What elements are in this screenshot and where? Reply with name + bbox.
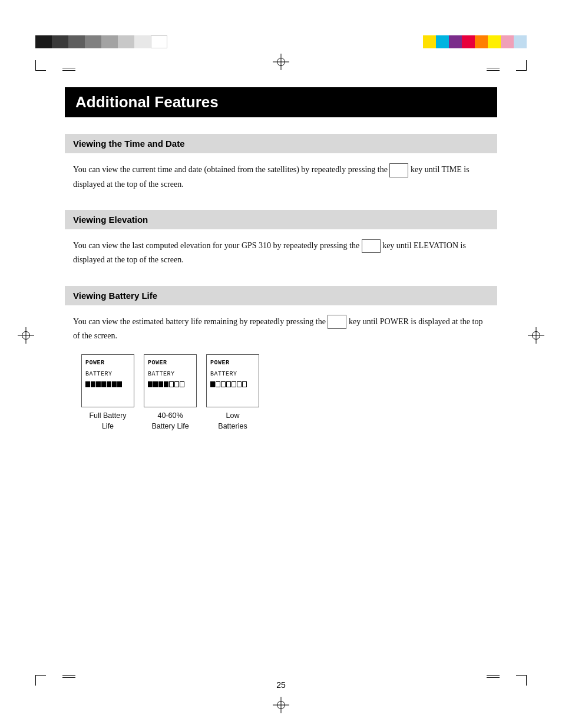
section-text-battery: You can view the estimated battery life … [73, 315, 489, 343]
small-lines-right [487, 68, 500, 71]
main-content: Additional Features Viewing the Time and… [0, 75, 562, 467]
bat-block [148, 381, 153, 387]
bottom-small-lines-left [62, 675, 75, 678]
bat-block-empty [232, 381, 236, 387]
corner-mark-tr [503, 53, 527, 71]
bat-block [101, 381, 106, 387]
battery-caption-mid: 40-60% Battery Life [151, 411, 189, 431]
page-number: 25 [75, 680, 487, 693]
battery-screen-low: POWER BATTERY [206, 354, 259, 407]
color-bar-right [423, 35, 527, 48]
battery-screen-label: BATTERY [85, 370, 130, 380]
bat-block-empty [216, 381, 220, 387]
battery-screen-mid: POWER BATTERY [144, 354, 197, 407]
battery-diagram-low: POWER BATTERY Low Batteries [206, 354, 259, 431]
bat-block-empty [242, 381, 247, 387]
color-swatch [134, 35, 151, 48]
color-swatch [436, 35, 449, 48]
battery-bar-mid [148, 381, 193, 387]
section-header-time: Viewing the Time and Date [65, 134, 497, 153]
chapter-title: Additional Features [65, 87, 497, 117]
color-bar-left [35, 35, 167, 48]
color-swatch [514, 35, 527, 48]
color-swatch [85, 35, 101, 48]
bat-block [210, 381, 215, 387]
color-swatch [488, 35, 501, 48]
corner-mark-br [503, 675, 527, 693]
bat-block [91, 381, 95, 387]
color-swatch [35, 35, 52, 48]
bat-block [158, 381, 163, 387]
bat-block-empty [174, 381, 179, 387]
battery-screen-label: BATTERY [148, 370, 193, 380]
battery-diagrams: POWER BATTERY Full Battery Life [73, 354, 489, 431]
bottom-area: 25 [0, 675, 562, 693]
top-registration-marks [0, 48, 562, 75]
section-body-elevation: You can view the last computed elevation… [65, 239, 497, 284]
corner-mark-tl [35, 53, 59, 71]
color-swatch [501, 35, 514, 48]
bat-block [164, 381, 168, 387]
key-box-battery [328, 315, 346, 329]
battery-bar-low [210, 381, 255, 387]
bat-block [112, 381, 117, 387]
bottom-small-lines-right [487, 675, 500, 678]
section-header-elevation: Viewing Elevation [65, 210, 497, 229]
bat-block [96, 381, 101, 387]
color-swatch [462, 35, 475, 48]
battery-caption-low: Low Batteries [218, 411, 247, 431]
bottom-reg-cross [273, 697, 289, 713]
section-body-time: You can view the current time and date (… [65, 163, 497, 207]
color-swatch [101, 35, 118, 48]
top-color-bars [0, 0, 562, 48]
color-swatch [68, 35, 85, 48]
bat-block-empty [226, 381, 231, 387]
bat-block [85, 381, 90, 387]
bat-block-empty [237, 381, 242, 387]
bat-block-empty [180, 381, 184, 387]
battery-bar-full [85, 381, 130, 387]
bat-block [117, 381, 122, 387]
section-body-battery: You can view the estimated battery life … [65, 315, 497, 444]
right-reg-mark [528, 327, 544, 344]
battery-screen-title: POWER [148, 358, 193, 368]
key-box-elevation [362, 239, 381, 253]
battery-caption-full: Full Battery Life [89, 411, 126, 431]
battery-screen-title: POWER [85, 358, 130, 368]
corner-mark-bl [35, 675, 59, 693]
battery-screen-label: BATTERY [210, 370, 255, 380]
section-header-battery: Viewing Battery Life [65, 286, 497, 305]
bat-block-empty [169, 381, 174, 387]
key-box-time [389, 163, 408, 177]
battery-screen-full: POWER BATTERY [81, 354, 134, 407]
color-swatch [475, 35, 488, 48]
registration-cross [273, 54, 289, 70]
battery-screen-title: POWER [210, 358, 255, 368]
battery-diagram-full: POWER BATTERY Full Battery Life [81, 354, 134, 431]
color-swatch [52, 35, 68, 48]
section-text-time: You can view the current time and date (… [73, 163, 489, 191]
bat-block-empty [221, 381, 226, 387]
bat-block [107, 381, 111, 387]
section-text-elevation: You can view the last computed elevation… [73, 239, 489, 267]
color-swatch [449, 35, 462, 48]
left-reg-mark [18, 327, 34, 344]
small-lines-left [62, 68, 75, 71]
bat-block [153, 381, 158, 387]
color-swatch [118, 35, 134, 48]
color-swatch [423, 35, 436, 48]
battery-diagram-mid: POWER BATTERY 40-60% Battery Life [144, 354, 197, 431]
color-swatch [151, 35, 167, 48]
